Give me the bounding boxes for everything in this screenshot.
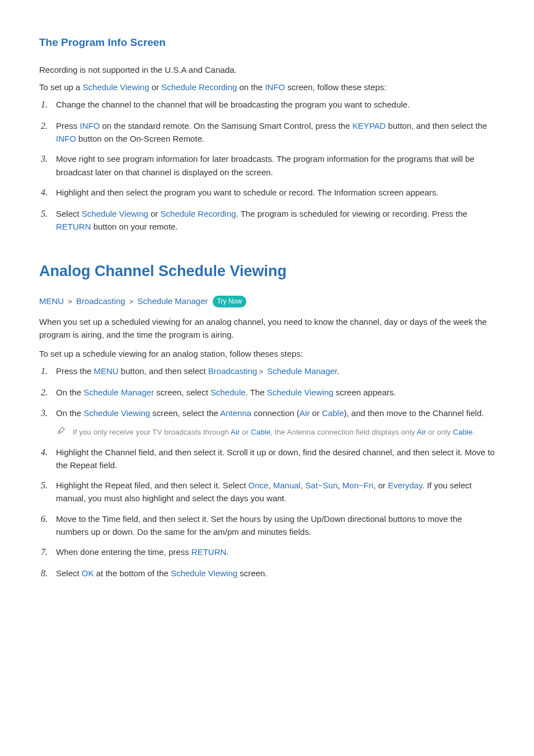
text: or xyxy=(240,428,251,436)
para-analog-intro: When you set up a scheduled viewing for … xyxy=(39,315,496,342)
text: Select xyxy=(56,568,82,578)
kw-schedule: Schedule xyxy=(210,388,246,397)
step-number: 5. xyxy=(39,207,56,234)
kw-schedule-viewing: Schedule Viewing xyxy=(267,388,334,397)
kw-air: Air xyxy=(299,408,310,418)
kw-return: RETURN xyxy=(191,547,227,557)
step-number: 2. xyxy=(39,119,56,146)
text: , xyxy=(338,480,342,490)
try-now-badge[interactable]: Try Now xyxy=(213,296,246,307)
text: on the xyxy=(237,82,265,92)
kw-manual: Manual xyxy=(273,480,301,490)
kw-cable: Cable xyxy=(322,408,344,418)
kw-sat-sun: Sat~Sun xyxy=(305,480,338,490)
kw-schedule-manager: Schedule Manager xyxy=(267,366,337,376)
step-body: Highlight and then select the program yo… xyxy=(56,186,496,200)
pencil-icon xyxy=(56,427,73,438)
step-body: Highlight the Repeat filed, and then sel… xyxy=(56,479,496,505)
kw-keypad: KEYPAD xyxy=(352,121,386,130)
text: screen, select the xyxy=(150,408,220,418)
text: To set up a xyxy=(39,82,83,92)
step-body: Move to the Time field, and then select … xyxy=(56,512,496,539)
text: button on your remote. xyxy=(91,222,178,231)
list-item: 4. Highlight and then select the program… xyxy=(39,186,496,200)
step-body: When done entering the time, press RETUR… xyxy=(56,545,496,559)
steps-program-info: 1. Change the channel to the channel tha… xyxy=(39,98,496,233)
list-item: 4. Highlight the Channel field, and then… xyxy=(39,446,496,472)
kw-air: Air xyxy=(231,428,240,436)
step-body: Highlight the Channel field, and then se… xyxy=(56,446,496,472)
step-body: On the Schedule Viewing screen, select t… xyxy=(56,407,496,438)
kw-broadcasting: Broadcasting xyxy=(208,366,257,376)
crumb-sep: > xyxy=(129,297,134,306)
kw-info: INFO xyxy=(265,82,285,92)
section-title-analog: Analog Channel Schedule Viewing xyxy=(39,260,496,283)
step-number: 5. xyxy=(39,479,56,505)
kw-mon-fri: Mon~Fri xyxy=(343,480,373,490)
step-number: 1. xyxy=(39,365,56,379)
text: Press the xyxy=(56,366,94,376)
text: or xyxy=(148,209,161,218)
step-number: 7. xyxy=(39,545,56,559)
kw-return: RETURN xyxy=(56,222,91,231)
text: or xyxy=(149,82,162,92)
kw-menu: MENU xyxy=(94,366,119,376)
step-number: 1. xyxy=(39,98,56,112)
text: . xyxy=(472,428,475,436)
text: button, and then select the xyxy=(386,121,487,130)
kw-schedule-viewing: Schedule Viewing xyxy=(83,82,149,92)
text: at the bottom of the xyxy=(94,568,171,578)
kw-schedule-recording: Schedule Recording xyxy=(161,82,237,92)
text: , or xyxy=(373,480,388,490)
kw-everyday: Everyday xyxy=(388,480,422,490)
text: , xyxy=(268,480,273,490)
step-body: Move right to see program information fo… xyxy=(56,152,496,179)
text: button on the On-Screen Remote. xyxy=(76,134,204,143)
kw-schedule-viewing: Schedule Viewing xyxy=(83,408,150,418)
text: or xyxy=(310,408,322,418)
step-body: Change the channel to the channel that w… xyxy=(56,98,496,112)
list-item: 3. Move right to see program information… xyxy=(39,152,496,179)
breadcrumb: MENU > Broadcasting > Schedule Manager T… xyxy=(39,295,496,308)
kw-schedule-recording: Schedule Recording xyxy=(161,209,236,218)
text: screen appears. xyxy=(334,388,396,397)
kw-ok: OK xyxy=(82,568,94,578)
section-title-program-info: The Program Info Screen xyxy=(39,35,496,51)
step-number: 6. xyxy=(39,512,56,539)
step-number: 8. xyxy=(39,567,56,581)
steps-analog: 1. Press the MENU button, and then selec… xyxy=(39,365,496,581)
step-body: On the Schedule Manager screen, select S… xyxy=(56,386,496,400)
text: Select xyxy=(56,209,82,218)
list-item: 7. When done entering the time, press RE… xyxy=(39,545,496,559)
list-item: 3. On the Schedule Viewing screen, selec… xyxy=(39,407,496,438)
text: or only xyxy=(426,428,453,436)
crumb-menu: MENU xyxy=(39,296,64,306)
kw-schedule-manager: Schedule Manager xyxy=(83,388,154,397)
kw-schedule-viewing: Schedule Viewing xyxy=(82,209,148,218)
list-item: 1. Change the channel to the channel tha… xyxy=(39,98,496,112)
kw-antenna: Antenna xyxy=(220,408,251,418)
kw-schedule-viewing: Schedule Viewing xyxy=(171,568,237,578)
step-body: Select OK at the bottom of the Schedule … xyxy=(56,567,496,581)
step-body: Select Schedule Viewing or Schedule Reco… xyxy=(56,207,496,234)
list-item: 2. Press INFO on the standard remote. On… xyxy=(39,119,496,146)
text: screen, follow these steps: xyxy=(285,82,386,92)
step-number: 2. xyxy=(39,386,56,400)
list-item: 5. Highlight the Repeat filed, and then … xyxy=(39,479,496,505)
text: On the xyxy=(56,408,83,418)
kw-air: Air xyxy=(416,428,426,436)
text: . xyxy=(226,547,228,557)
kw-info: INFO xyxy=(56,134,76,143)
kw-cable: Cable xyxy=(251,428,270,436)
step-number: 3. xyxy=(39,152,56,179)
para-recording-not-supported: Recording is not supported in the U.S.A … xyxy=(39,63,496,76)
list-item: 5. Select Schedule Viewing or Schedule R… xyxy=(39,207,496,234)
crumb-sep: > xyxy=(259,367,263,376)
para-analog-setup: To set up a schedule viewing for an anal… xyxy=(39,347,496,360)
list-item: 1. Press the MENU button, and then selec… xyxy=(39,365,496,379)
text: , the Antenna connection field displays … xyxy=(270,428,416,436)
step-body: Press the MENU button, and then select B… xyxy=(56,365,496,379)
text: . The program is scheduled for viewing o… xyxy=(236,209,467,218)
kw-cable: Cable xyxy=(453,428,472,436)
text: . The xyxy=(246,388,267,397)
